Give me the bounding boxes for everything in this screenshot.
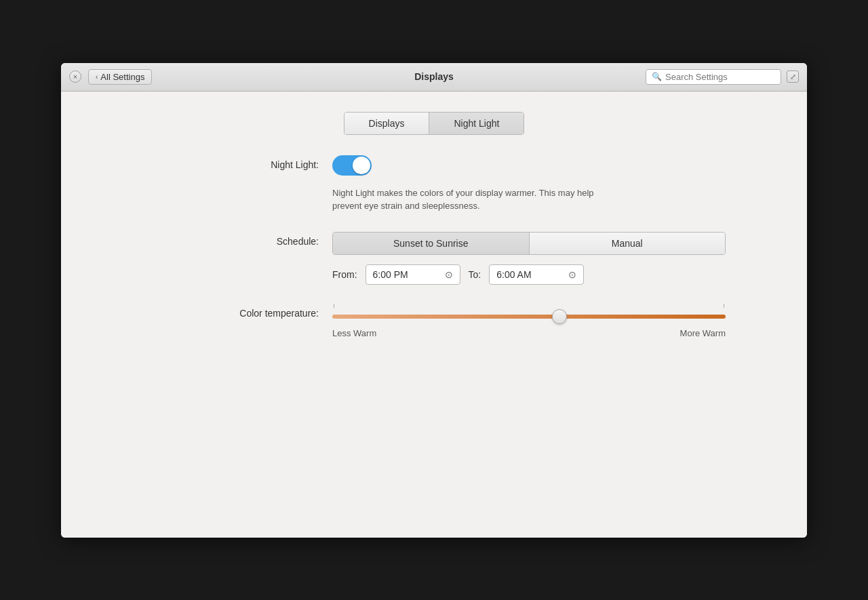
schedule-control: Sunset to Sunrise Manual From: 6:00 PM ⊙: [332, 232, 726, 285]
to-label: To:: [469, 269, 481, 280]
time-row: From: 6:00 PM ⊙ To: 6:00 AM ⊙: [332, 264, 726, 285]
titlebar-right: 🔍 ⤢: [646, 69, 799, 85]
to-time-arrow-icon: ⊙: [568, 269, 576, 280]
content-area: Displays Night Light Night Light: Night …: [61, 92, 807, 538]
settings-content: Night Light: Night Light makes the color…: [197, 155, 671, 338]
from-time-arrow-icon: ⊙: [445, 269, 453, 280]
tick-marks: [332, 304, 726, 308]
all-settings-button[interactable]: ‹ All Settings: [88, 69, 152, 85]
toggle-control: Night Light makes the colors of your dis…: [332, 155, 671, 213]
main-window: × ‹ All Settings Displays 🔍 ⤢ Displays: [61, 63, 807, 538]
toggle-label: Night Light:: [197, 155, 332, 170]
tick-left: [334, 304, 334, 308]
maximize-button[interactable]: ⤢: [787, 71, 799, 83]
toggle-knob: [353, 157, 370, 174]
maximize-icon: ⤢: [790, 73, 796, 81]
schedule-manual-button[interactable]: Manual: [530, 233, 726, 254]
from-label: From:: [332, 269, 357, 280]
more-warm-label: More Warm: [680, 328, 726, 338]
tabs-container: Displays Night Light: [88, 112, 780, 135]
tab-group: Displays Night Light: [344, 112, 525, 135]
window-title: Displays: [414, 71, 454, 82]
tick-right: [724, 304, 724, 308]
less-warm-label: Less Warm: [332, 328, 376, 338]
night-light-toggle[interactable]: [332, 155, 372, 176]
from-time-select[interactable]: 6:00 PM ⊙: [366, 264, 460, 285]
temperature-control: Less Warm More Warm: [332, 304, 726, 338]
temperature-slider-wrapper: [332, 309, 726, 321]
to-time-value: 6:00 AM: [496, 269, 563, 280]
temperature-row: Color temperature: Less Warm More Warm: [197, 304, 671, 338]
close-button[interactable]: ×: [69, 71, 81, 83]
tab-displays[interactable]: Displays: [344, 113, 430, 134]
search-box[interactable]: 🔍: [646, 69, 781, 85]
tab-night-light[interactable]: Night Light: [429, 113, 524, 134]
from-time-value: 6:00 PM: [373, 269, 439, 280]
all-settings-label: All Settings: [100, 72, 144, 82]
search-input[interactable]: [665, 72, 775, 82]
chevron-left-icon: ‹: [96, 73, 98, 81]
schedule-row: Schedule: Sunset to Sunrise Manual From:: [197, 232, 671, 285]
search-icon: 🔍: [652, 72, 662, 81]
toggle-description: Night Light makes the colors of your dis…: [332, 186, 671, 213]
temperature-label: Color temperature:: [197, 304, 332, 319]
schedule-label: Schedule:: [197, 232, 332, 247]
night-light-toggle-row: Night Light: Night Light makes the color…: [197, 155, 671, 213]
schedule-button-group: Sunset to Sunrise Manual: [332, 232, 726, 255]
slider-labels: Less Warm More Warm: [332, 328, 726, 338]
schedule-sunset-button[interactable]: Sunset to Sunrise: [333, 233, 530, 254]
close-icon: ×: [73, 73, 77, 81]
titlebar: × ‹ All Settings Displays 🔍 ⤢: [61, 63, 807, 92]
to-time-select[interactable]: 6:00 AM ⊙: [489, 264, 584, 285]
temperature-slider[interactable]: [332, 315, 726, 319]
